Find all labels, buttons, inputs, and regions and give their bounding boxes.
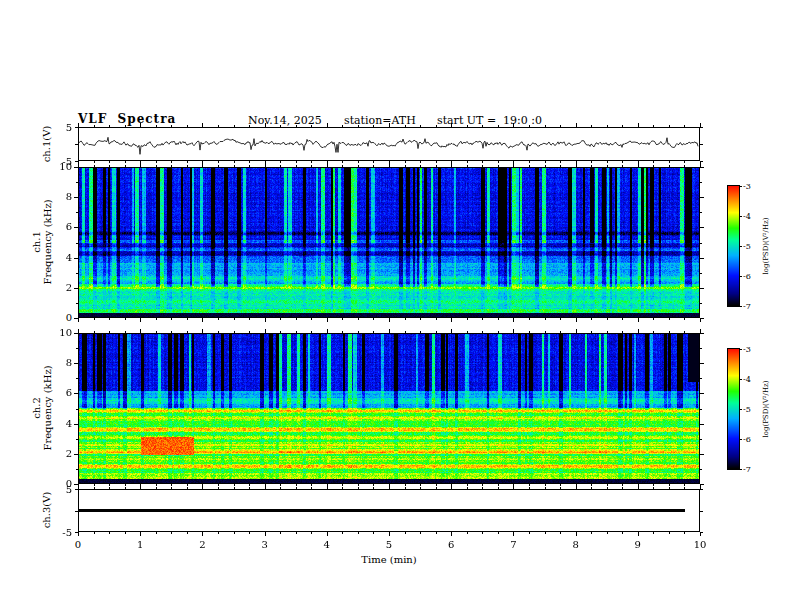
x-tick <box>156 161 157 163</box>
x-tick <box>358 125 359 127</box>
colorbar-tick-label: -7 <box>743 302 751 311</box>
x-tick <box>78 163 79 167</box>
colorbar-tick-label: -5 <box>743 405 751 414</box>
y-tick <box>76 409 78 410</box>
x-tick <box>125 125 126 127</box>
colorbar-tick <box>740 216 742 217</box>
x-tick <box>311 318 312 320</box>
x-tick <box>109 487 110 489</box>
x-tick <box>467 318 468 320</box>
x-tick <box>653 487 654 489</box>
y-tick <box>74 363 78 364</box>
x-tick <box>311 161 312 163</box>
x-tick <box>125 161 126 163</box>
x-tick <box>296 125 297 127</box>
x-tick <box>249 165 250 167</box>
x-tick <box>545 125 546 127</box>
x-tick-label: 6 <box>439 539 463 550</box>
x-tick <box>638 485 639 489</box>
x-tick <box>342 161 343 163</box>
x-tick <box>467 487 468 489</box>
y-tick <box>700 273 702 274</box>
x-tick <box>373 165 374 167</box>
x-tick <box>389 532 390 536</box>
x-tick <box>109 484 110 486</box>
x-tick <box>125 331 126 333</box>
x-tick <box>171 484 172 486</box>
x-tick <box>591 318 592 320</box>
x-tick <box>78 318 79 322</box>
ch1-spectrogram-panel <box>78 167 700 318</box>
x-tick <box>560 484 561 486</box>
y-tick <box>700 197 704 198</box>
y-tick <box>74 454 78 455</box>
x-tick <box>405 125 406 127</box>
x-tick <box>125 487 126 489</box>
x-tick <box>280 161 281 163</box>
x-tick <box>451 532 452 536</box>
x-tick <box>125 318 126 320</box>
y-tick <box>700 243 702 244</box>
x-tick <box>560 318 561 320</box>
x-tick <box>653 484 654 486</box>
x-tick <box>171 165 172 167</box>
x-tick <box>420 165 421 167</box>
ch1-spec-axis-label-line1: ch.1 <box>31 199 42 284</box>
x-tick <box>94 487 95 489</box>
x-tick <box>109 331 110 333</box>
x-tick <box>156 487 157 489</box>
x-tick <box>156 318 157 320</box>
x-tick <box>234 125 235 127</box>
x-tick <box>94 484 95 486</box>
x-tick <box>451 163 452 167</box>
x-tick <box>280 484 281 486</box>
x-tick <box>405 331 406 333</box>
x-tick <box>94 331 95 333</box>
x-tick <box>140 123 141 127</box>
x-tick <box>373 161 374 163</box>
x-tick <box>607 161 608 163</box>
x-tick <box>358 487 359 489</box>
y-tick <box>700 303 702 304</box>
x-tick <box>389 485 390 489</box>
x-tick <box>280 318 281 320</box>
y-tick <box>700 258 704 259</box>
x-tick <box>327 318 328 322</box>
colorbar-tick-label: -6 <box>743 435 751 444</box>
x-tick <box>498 318 499 320</box>
y-tick <box>74 227 78 228</box>
x-tick <box>669 532 670 534</box>
x-tick <box>451 123 452 127</box>
x-tick <box>296 161 297 163</box>
x-tick <box>576 485 577 489</box>
x-tick <box>373 532 374 534</box>
x-tick <box>327 532 328 536</box>
ch1-waveform-panel <box>78 127 700 161</box>
ch1-spectrogram-canvas <box>79 168 699 317</box>
x-tick <box>653 331 654 333</box>
y-tick-label: 5 <box>50 484 72 495</box>
y-tick <box>700 348 702 349</box>
y-tick <box>75 127 78 128</box>
x-tick <box>653 318 654 320</box>
x-tick <box>638 163 639 167</box>
x-tick <box>156 125 157 127</box>
colorbar-tick <box>740 469 742 470</box>
x-tick <box>638 123 639 127</box>
x-tick <box>234 318 235 320</box>
y-tick <box>700 484 704 485</box>
x-tick <box>560 165 561 167</box>
y-tick <box>700 363 704 364</box>
x-tick <box>311 532 312 534</box>
y-tick <box>700 227 704 228</box>
x-tick <box>187 161 188 163</box>
x-tick <box>358 331 359 333</box>
colorbar-tick <box>740 409 742 410</box>
x-tick <box>622 165 623 167</box>
y-tick-label: 4 <box>50 252 72 263</box>
x-tick <box>529 318 530 320</box>
y-tick <box>75 489 78 490</box>
x-tick <box>342 331 343 333</box>
y-tick <box>74 288 78 289</box>
x-tick <box>202 163 203 167</box>
